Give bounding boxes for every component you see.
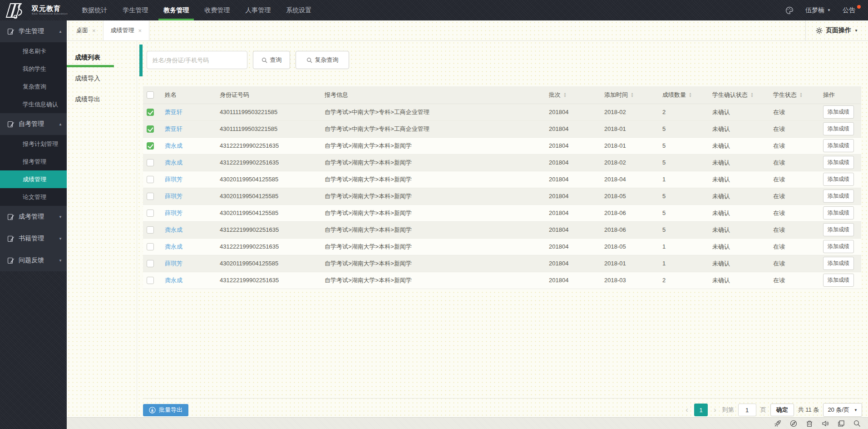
- sidebar-section-header[interactable]: 书籍管理 ▼: [0, 228, 67, 249]
- add-score-button[interactable]: 添加成绩: [823, 173, 854, 186]
- student-name-link[interactable]: 萧亚轩: [165, 109, 182, 115]
- tab[interactable]: 桌面 ×: [69, 20, 104, 40]
- topnav-item[interactable]: 数据统计: [74, 0, 115, 20]
- student-name-link[interactable]: 龚永成: [165, 277, 182, 284]
- row-checkbox[interactable]: [147, 243, 154, 250]
- topnav-item[interactable]: 收费管理: [197, 0, 237, 20]
- browser-icon[interactable]: [790, 420, 797, 427]
- column-header[interactable]: 批次▲▼: [545, 86, 601, 104]
- trash-icon[interactable]: [806, 420, 813, 427]
- student-name-link[interactable]: 龚永成: [165, 159, 182, 166]
- sort-icon[interactable]: ▲▼: [689, 92, 692, 98]
- add-score-button[interactable]: 添加成绩: [823, 223, 854, 236]
- window-icon[interactable]: [838, 420, 845, 427]
- student-name-link[interactable]: 薛琪芳: [165, 210, 182, 216]
- page-size-select[interactable]: 20 条/页 ▼: [823, 403, 862, 417]
- rocket-icon[interactable]: [774, 420, 781, 427]
- search-input[interactable]: [147, 51, 247, 69]
- sidebar-item[interactable]: 我的学生: [0, 60, 67, 78]
- add-score-button[interactable]: 添加成绩: [823, 105, 854, 119]
- topnav-item[interactable]: 系统设置: [278, 0, 319, 20]
- sidebar-section-header[interactable]: 成考管理 ▼: [0, 206, 67, 228]
- topnav-item[interactable]: 学生管理: [115, 0, 156, 20]
- row-checkbox[interactable]: [147, 193, 154, 200]
- notice-badge: [857, 5, 861, 9]
- add-score-button[interactable]: 添加成绩: [823, 156, 854, 169]
- column-header[interactable]: 学生确认状态▲▼: [709, 86, 769, 104]
- add-score-button[interactable]: 添加成绩: [823, 257, 854, 270]
- subnav-item[interactable]: 成绩列表: [67, 47, 137, 68]
- add-score-button[interactable]: 添加成绩: [823, 122, 854, 135]
- sidebar-section-header[interactable]: 问题反馈 ▼: [0, 249, 67, 271]
- select-all-checkbox[interactable]: [147, 91, 154, 99]
- student-name-link[interactable]: 薛琪芳: [165, 260, 182, 267]
- user-menu[interactable]: 伍梦楠 ▼: [805, 6, 831, 15]
- sidebar-section-header[interactable]: 学生管理 ▲: [0, 20, 67, 42]
- student-name-link[interactable]: 薛琪芳: [165, 176, 182, 183]
- sidebar-item[interactable]: 报考管理: [0, 153, 67, 170]
- column-header[interactable]: 成绩数量▲▼: [659, 86, 709, 104]
- close-icon[interactable]: ×: [138, 27, 142, 34]
- topnav-item[interactable]: 人事管理: [237, 0, 278, 20]
- student-name-link[interactable]: 龚永成: [165, 226, 182, 233]
- sidebar-item[interactable]: 学生信息确认: [0, 95, 67, 113]
- app-logo[interactable]: 双元教育 B&S Vocational Education: [0, 2, 74, 19]
- sidebar-item[interactable]: 报名刷卡: [0, 42, 67, 60]
- sort-icon[interactable]: ▲▼: [750, 92, 754, 98]
- column-header: 身份证号码: [216, 86, 321, 104]
- student-name-link[interactable]: 薛琪芳: [165, 193, 182, 200]
- row-checkbox[interactable]: [147, 226, 154, 234]
- column-header[interactable]: 学生状态▲▼: [769, 86, 819, 104]
- tab[interactable]: 成绩管理 ×: [104, 20, 150, 40]
- sidebar-item[interactable]: 论文管理: [0, 188, 67, 206]
- student-name-link[interactable]: 萧亚轩: [165, 125, 182, 132]
- row-checkbox[interactable]: [147, 277, 154, 284]
- student-name-link[interactable]: 龚永成: [165, 243, 182, 250]
- prev-page-button[interactable]: ‹: [684, 404, 690, 416]
- sort-icon[interactable]: ▲▼: [563, 92, 567, 98]
- row-checkbox[interactable]: [147, 159, 154, 166]
- row-checkbox[interactable]: [147, 125, 154, 133]
- add-score-button[interactable]: 添加成绩: [823, 274, 854, 287]
- grades-table: 姓名身份证号码报考信息批次▲▼添加时间▲▼成绩数量▲▼学生确认状态▲▼学生状态▲…: [143, 86, 861, 289]
- subnav-item[interactable]: 成绩导入: [67, 68, 137, 89]
- goto-page-input[interactable]: [738, 404, 756, 416]
- row-checkbox[interactable]: [147, 176, 154, 183]
- complex-query-button[interactable]: 复杂查询: [296, 51, 349, 69]
- column-header: [143, 86, 161, 104]
- row-checkbox[interactable]: [147, 260, 154, 267]
- gear-icon: [816, 27, 823, 34]
- notice-link[interactable]: 公告: [843, 6, 860, 15]
- add-score-button[interactable]: 添加成绩: [823, 190, 854, 203]
- goto-confirm-button[interactable]: 确定: [770, 404, 794, 416]
- sidebar-item[interactable]: 复杂查询: [0, 78, 67, 95]
- module-icon: [7, 120, 15, 128]
- subnav-item[interactable]: 成绩导出: [67, 89, 137, 110]
- sidebar-item[interactable]: 成绩管理: [0, 170, 67, 188]
- sidebar-section-header[interactable]: 自考管理 ▲: [0, 113, 67, 135]
- query-button[interactable]: 查询: [253, 51, 290, 69]
- sub-sidebar: 成绩列表成绩导入成绩导出: [67, 41, 137, 417]
- sidebar-item[interactable]: 报考计划管理: [0, 135, 67, 153]
- table-row: 龚永成 431222199902251635自学考试>湖南大学>本科>新闻学20…: [143, 154, 861, 171]
- add-score-button[interactable]: 添加成绩: [823, 139, 854, 152]
- row-checkbox[interactable]: [147, 210, 154, 217]
- topnav-item[interactable]: 教务管理: [156, 0, 197, 20]
- row-checkbox[interactable]: [147, 142, 154, 150]
- sort-icon[interactable]: ▲▼: [631, 92, 634, 98]
- add-score-button[interactable]: 添加成绩: [823, 240, 854, 253]
- tabbar: 桌面 × 成绩管理 × 页面操作 ▼: [67, 20, 868, 41]
- add-score-button[interactable]: 添加成绩: [823, 206, 854, 219]
- next-page-button[interactable]: ›: [712, 404, 718, 416]
- close-icon[interactable]: ×: [92, 27, 96, 34]
- student-name-link[interactable]: 龚永成: [165, 142, 182, 149]
- search-icon[interactable]: [853, 420, 861, 427]
- page-actions-button[interactable]: 页面操作 ▼: [805, 20, 868, 40]
- batch-export-button[interactable]: 批量导出: [143, 404, 188, 416]
- volume-icon[interactable]: [822, 420, 829, 427]
- column-header[interactable]: 添加时间▲▼: [601, 86, 659, 104]
- row-checkbox[interactable]: [147, 109, 154, 116]
- sort-icon[interactable]: ▲▼: [799, 92, 803, 98]
- page-number-button[interactable]: 1: [694, 404, 708, 416]
- theme-palette-icon[interactable]: [785, 6, 794, 15]
